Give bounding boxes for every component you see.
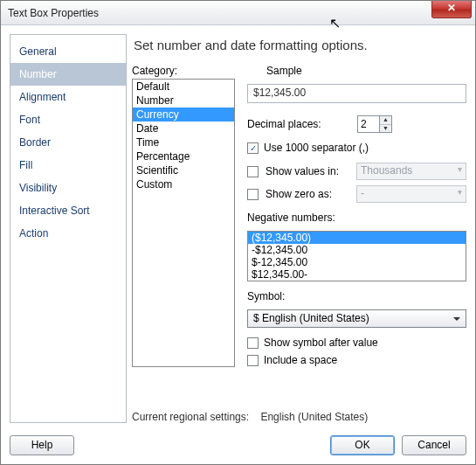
category-item[interactable]: Date: [133, 121, 234, 135]
sample-box: $12,345.00: [247, 84, 466, 103]
spinner-buttons[interactable]: ▲▼: [380, 115, 392, 133]
category-label: Category:: [132, 65, 235, 77]
regional-label: Current regional settings:: [132, 411, 249, 423]
decimal-places-spinner[interactable]: ▲▼: [357, 115, 392, 133]
title-bar: Text Box Properties ✕: [1, 1, 475, 25]
show-zero-checkbox[interactable]: [247, 189, 259, 200]
negative-item[interactable]: ($12,345.00): [248, 232, 466, 244]
regional-row: Current regional settings: English (Unit…: [132, 411, 466, 423]
ok-button[interactable]: OK: [330, 435, 395, 455]
nav-item-alignment[interactable]: Alignment: [10, 86, 126, 108]
show-zero-select: -: [356, 185, 466, 203]
show-symbol-after-label: Show symbol after value: [264, 337, 378, 349]
negative-item[interactable]: $12,345.00-: [248, 268, 466, 281]
negative-item[interactable]: -$12,345.00: [248, 244, 466, 256]
category-item[interactable]: Number: [133, 94, 234, 108]
nav-item-number[interactable]: Number: [10, 63, 126, 86]
category-item[interactable]: Scientific: [133, 163, 234, 177]
symbol-combobox[interactable]: $ English (United States): [247, 309, 466, 328]
include-space-label: Include a space: [264, 354, 337, 366]
category-item[interactable]: Percentage: [133, 149, 234, 163]
options-column: Sample $12,345.00 Decimal places: ▲▼ ✓ U…: [244, 65, 466, 402]
nav-item-general[interactable]: General: [10, 40, 126, 63]
close-button[interactable]: ✕: [431, 1, 472, 18]
use-1000-label: Use 1000 separator (,): [264, 142, 369, 154]
nav-item-visibility[interactable]: Visibility: [10, 177, 126, 199]
category-item[interactable]: Default: [133, 80, 234, 94]
symbol-label: Symbol:: [247, 290, 466, 302]
panel-heading: Set number and date formatting options.: [134, 38, 466, 52]
dialog-body: General Number Alignment Font Border Fil…: [1, 25, 475, 430]
category-item[interactable]: Custom: [133, 177, 234, 191]
decimal-places-label: Decimal places:: [247, 118, 350, 130]
show-values-select: Thousands: [356, 163, 466, 180]
category-listbox[interactable]: Default Number Currency Date Time Percen…: [132, 79, 235, 367]
use-1000-checkbox[interactable]: ✓: [247, 142, 259, 154]
show-values-checkbox[interactable]: [247, 166, 259, 177]
category-item[interactable]: Time: [133, 135, 234, 149]
dialog-window: Text Box Properties ✕ ↖ General Number A…: [0, 0, 476, 465]
nav-item-font[interactable]: Font: [10, 108, 126, 131]
category-column: Category: Default Number Currency Date T…: [132, 65, 235, 402]
show-symbol-after-checkbox[interactable]: [247, 337, 259, 349]
regional-value: English (United States): [260, 411, 368, 423]
nav-item-fill[interactable]: Fill: [10, 154, 126, 177]
show-values-label: Show values in:: [266, 165, 349, 177]
negative-label: Negative numbers:: [247, 212, 466, 224]
negative-item[interactable]: $-12,345.00: [248, 256, 466, 268]
show-zero-label: Show zero as:: [266, 188, 349, 200]
window-title: Text Box Properties: [8, 7, 99, 19]
sample-label: Sample: [266, 65, 466, 77]
cancel-button[interactable]: Cancel: [402, 435, 466, 455]
nav-list: General Number Alignment Font Border Fil…: [10, 34, 127, 423]
include-space-checkbox[interactable]: [247, 355, 259, 366]
nav-item-border[interactable]: Border: [10, 131, 126, 154]
negative-listbox[interactable]: ($12,345.00) -$12,345.00 $-12,345.00 $12…: [247, 231, 466, 281]
nav-item-interactive-sort[interactable]: Interactive Sort: [10, 199, 126, 222]
dialog-footer: Help OK Cancel: [1, 430, 475, 464]
help-button[interactable]: Help: [10, 435, 74, 455]
decimal-places-input[interactable]: [357, 115, 380, 133]
number-panel: Set number and date formatting options. …: [132, 34, 466, 423]
category-item[interactable]: Currency: [133, 108, 234, 121]
nav-item-action[interactable]: Action: [10, 222, 126, 245]
